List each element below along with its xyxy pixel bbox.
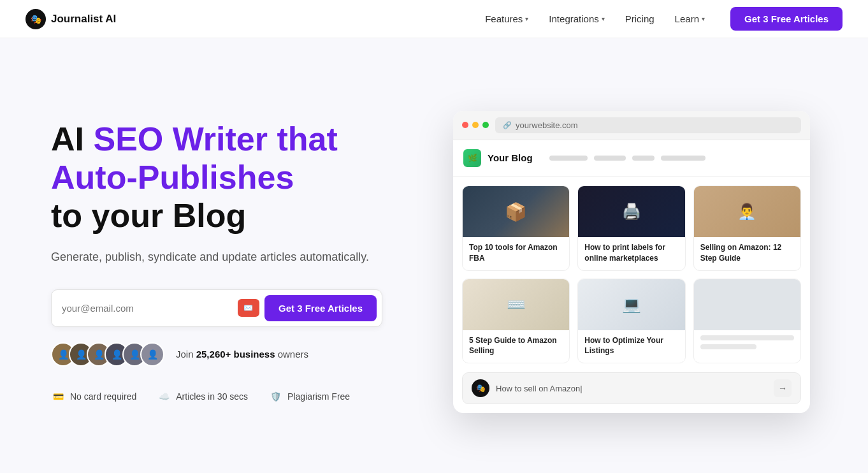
chevron-down-icon: ▾ (702, 15, 705, 22)
nav-pricing[interactable]: Pricing (625, 13, 655, 24)
nav-links: Features ▾ Integrations ▾ Pricing Learn … (485, 13, 705, 24)
card-image-1 (463, 186, 569, 237)
blog-header: 🌿 Your Blog (453, 140, 810, 177)
chevron-down-icon: ▾ (525, 15, 528, 22)
email-icon: ✉️ (238, 299, 259, 317)
business-text: business (234, 349, 275, 360)
card-title-3: Selling on Amazon: 12 Step Guide (694, 237, 800, 270)
no-card-icon: 💳 (51, 389, 65, 404)
logo-text: Journalist AI (51, 13, 116, 25)
navigation: 🎭 Journalist AI Features ▾ Integrations … (0, 0, 868, 38)
blog-card: How to print labels for online marketpla… (577, 186, 685, 271)
feature-no-card: 💳 No card required (51, 389, 136, 404)
feature-plagiarism: 🛡️ Plagiarism Free (268, 389, 350, 404)
loading-line (700, 344, 756, 349)
logo[interactable]: 🎭 Journalist AI (25, 9, 116, 29)
card-image-2 (578, 186, 684, 237)
hero-title-suffix: to your Blog (51, 197, 246, 234)
hero-title-accent: SEO Writer thatAuto-Publishes (51, 120, 338, 196)
avatar-group: 👤 👤 👤 👤 👤 👤 (51, 342, 158, 367)
hero-section: AI SEO Writer thatAuto-Publishes to your… (0, 38, 868, 473)
card-image-3 (694, 186, 800, 237)
blog-card-loading (693, 279, 801, 364)
hero-right: 🔗 yourwebsite.com 🌿 Your Blog To (433, 111, 830, 413)
feature-articles: ☁️ Articles in 30 secs (157, 389, 248, 404)
user-count: 25,260+ (196, 349, 231, 360)
card-title-1: Top 10 tools for Amazon FBA (463, 237, 569, 270)
card-title-2: How to print labels for online marketpla… (578, 237, 684, 270)
blog-card: Selling on Amazon: 12 Step Guide (693, 186, 801, 271)
features-row: 💳 No card required ☁️ Articles in 30 sec… (51, 389, 395, 404)
card-image-4 (463, 279, 569, 330)
hero-title: AI SEO Writer thatAuto-Publishes to your… (51, 120, 395, 235)
blog-logo: 🌿 (463, 149, 481, 167)
form-cta-button[interactable]: Get 3 Free Articles (264, 295, 377, 321)
url-text: yourwebsite.com (516, 120, 578, 130)
nav-features[interactable]: Features ▾ (485, 13, 528, 24)
email-input[interactable] (62, 303, 238, 314)
nav-cta-button[interactable]: Get 3 Free Articles (730, 7, 843, 31)
chat-send-button[interactable]: → (774, 379, 792, 397)
social-proof: 👤 👤 👤 👤 👤 👤 Join 25,260+ business owners (51, 342, 395, 367)
browser-dots (462, 122, 489, 128)
hero-subtitle: Generate, publish, syndicate and update … (51, 248, 395, 266)
avatar: 👤 (140, 342, 164, 367)
nav-line (594, 156, 626, 161)
email-form: ✉️ Get 3 Free Articles (51, 289, 382, 327)
chat-input-text[interactable]: How to sell on Amazon| (496, 384, 767, 393)
nav-line (549, 156, 588, 161)
articles-icon: ☁️ (157, 389, 171, 404)
blog-nav-lines (549, 156, 705, 161)
chevron-down-icon: ▾ (602, 15, 605, 22)
card-image-6 (694, 279, 800, 330)
loading-line (700, 335, 794, 340)
blog-card: 5 Step Guide to Amazon Selling (462, 279, 570, 364)
plagiarism-icon: 🛡️ (268, 389, 282, 404)
card-title-4: 5 Step Guide to Amazon Selling (463, 330, 569, 363)
hero-left: AI SEO Writer thatAuto-Publishes to your… (51, 120, 395, 403)
nav-learn[interactable]: Learn ▾ (675, 13, 705, 24)
no-card-label: No card required (70, 391, 136, 402)
hero-title-plain: AI (51, 120, 93, 157)
nav-line (661, 156, 705, 161)
logo-icon: 🎭 (25, 9, 46, 29)
dot-red (462, 122, 468, 128)
articles-label: Articles in 30 secs (176, 391, 248, 402)
card-title-5: How to Optimize Your Listings (578, 330, 684, 363)
chat-avatar: 🎭 (472, 379, 489, 397)
plagiarism-label: Plagiarism Free (287, 391, 350, 402)
dot-yellow (472, 122, 479, 128)
link-icon: 🔗 (503, 121, 512, 129)
nav-line (632, 156, 655, 161)
chat-bar: 🎭 How to sell on Amazon| → (462, 372, 801, 404)
browser-window: 🔗 yourwebsite.com 🌿 Your Blog To (453, 111, 810, 413)
blog-card: How to Optimize Your Listings (577, 279, 685, 364)
social-proof-text: Join 25,260+ business owners (176, 349, 308, 360)
card-loading-lines (694, 330, 800, 360)
blog-grid: Top 10 tools for Amazon FBA How to print… (453, 177, 810, 372)
blog-card: Top 10 tools for Amazon FBA (462, 186, 570, 271)
browser-bar: 🔗 yourwebsite.com (453, 111, 810, 140)
browser-url-bar[interactable]: 🔗 yourwebsite.com (495, 117, 801, 133)
nav-integrations[interactable]: Integrations ▾ (549, 13, 604, 24)
blog-name: Your Blog (488, 152, 533, 163)
card-image-5 (578, 279, 684, 330)
dot-green (482, 122, 489, 128)
